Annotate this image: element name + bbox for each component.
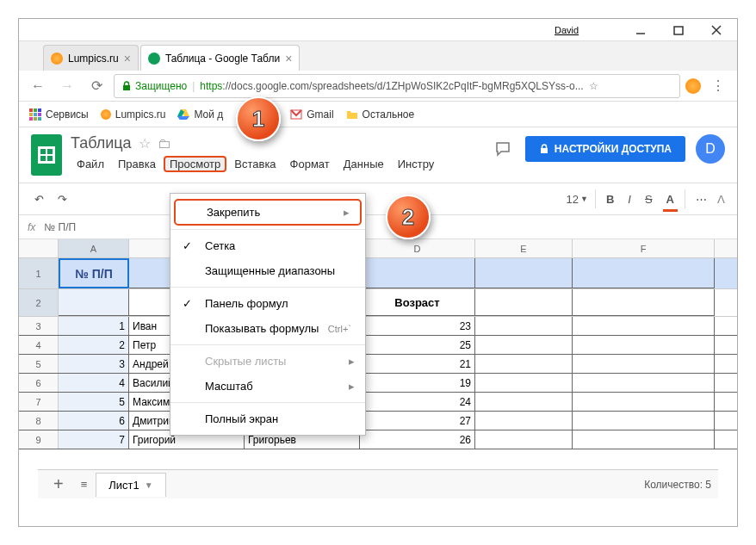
cell[interactable]: 5 (59, 393, 129, 411)
bookmark-other[interactable]: Остальное (346, 108, 415, 121)
menu-tools[interactable]: Инстру (392, 156, 441, 172)
tab-close-icon[interactable]: × (124, 52, 131, 65)
menu-item-fullscreen[interactable]: Полный экран (170, 406, 365, 431)
star-icon[interactable]: ☆ (139, 135, 151, 152)
cell[interactable]: 7 (59, 430, 129, 449)
cell[interactable]: 27 (360, 412, 475, 430)
bookmark-gmail[interactable]: Gmail (290, 108, 333, 121)
redo-button[interactable]: ↷ (54, 189, 71, 209)
col-header-f[interactable]: F (573, 239, 715, 257)
sheet-tab[interactable]: Лист1 ▼ (96, 473, 165, 497)
menu-item-formula-bar[interactable]: Панель формул (170, 291, 365, 316)
more-button[interactable]: ⋯ (692, 189, 710, 209)
row-header[interactable]: 7 (19, 393, 59, 411)
row-header[interactable]: 2 (19, 289, 59, 316)
italic-button[interactable]: I (624, 189, 635, 209)
strike-button[interactable]: S (641, 189, 656, 209)
cell[interactable]: Возраст (360, 289, 475, 316)
sheets-logo-icon[interactable] (31, 134, 62, 176)
cell[interactable] (475, 355, 573, 373)
cell[interactable]: 23 (360, 317, 475, 335)
menu-insert[interactable]: Вставка (228, 156, 282, 172)
col-header-e[interactable]: E (475, 239, 573, 257)
cell[interactable] (573, 355, 715, 373)
nav-reload-button[interactable]: ⟳ (84, 74, 108, 98)
menu-item-show-formulas[interactable]: Показывать формулыCtrl+` (170, 316, 365, 341)
menu-data[interactable]: Данные (338, 156, 390, 172)
add-sheet-button[interactable]: + (45, 469, 72, 499)
collapse-toolbar-icon[interactable]: ᐱ (717, 193, 725, 206)
cell[interactable]: 24 (360, 393, 475, 411)
formula-input[interactable]: № П/П (44, 221, 76, 233)
cell[interactable]: № П/П (59, 258, 129, 288)
cell[interactable] (475, 412, 573, 430)
col-header-d[interactable]: D (360, 239, 475, 257)
user-avatar[interactable]: D (696, 134, 725, 164)
move-folder-icon[interactable]: 🗀 (158, 136, 171, 152)
menu-view[interactable]: Просмотр (164, 156, 226, 172)
cell[interactable] (475, 374, 573, 392)
menu-edit[interactable]: Правка (112, 156, 162, 172)
cell[interactable] (475, 258, 573, 288)
cell[interactable]: 1 (59, 317, 129, 335)
cell[interactable] (475, 317, 573, 335)
window-maximize-button[interactable] (660, 20, 697, 40)
bookmark-star-icon[interactable]: ☆ (589, 80, 598, 92)
cell[interactable] (573, 393, 715, 411)
font-size-control[interactable]: 12 ▼ (567, 193, 588, 206)
nav-forward-button[interactable]: → (55, 74, 79, 98)
tab-close-icon[interactable]: × (285, 52, 292, 65)
bookmark-drive[interactable]: Мой д (177, 108, 223, 121)
menu-item-freeze[interactable]: Закрепить (174, 199, 362, 226)
all-sheets-button[interactable]: ≡ (72, 473, 96, 496)
menu-format[interactable]: Формат (284, 156, 336, 172)
row-header[interactable]: 8 (19, 412, 59, 430)
cell[interactable] (475, 289, 573, 316)
cell[interactable] (573, 258, 715, 288)
row-header[interactable]: 1 (19, 258, 59, 288)
cell[interactable]: 2 (59, 336, 129, 354)
cell[interactable]: 19 (360, 374, 475, 392)
browser-tab-sheets[interactable]: Таблица - Google Табли × (140, 45, 300, 71)
bookmark-lumpics[interactable]: Lumpics.ru (101, 108, 166, 121)
cell[interactable] (475, 430, 573, 449)
bookmark-apps[interactable]: Сервисы (29, 108, 89, 121)
menu-item-gridlines[interactable]: Сетка (170, 233, 365, 258)
cell[interactable]: 4 (59, 374, 129, 392)
cell[interactable] (573, 336, 715, 354)
address-bar[interactable]: Защищено | https://docs.google.com/sprea… (114, 74, 680, 98)
document-title[interactable]: Таблица (71, 134, 132, 152)
menu-item-protected-ranges[interactable]: Защищенные диапазоны (170, 258, 365, 283)
window-minimize-button[interactable] (622, 20, 660, 40)
cell[interactable] (573, 430, 715, 449)
select-all-corner[interactable] (19, 239, 59, 257)
row-header[interactable]: 4 (19, 336, 59, 354)
cell[interactable] (573, 317, 715, 335)
row-header[interactable]: 3 (19, 317, 59, 335)
cell[interactable] (475, 336, 573, 354)
sheet-tab-menu-icon[interactable]: ▼ (145, 480, 153, 490)
text-color-button[interactable]: A (663, 189, 678, 209)
nav-back-button[interactable]: ← (26, 74, 50, 98)
comments-button[interactable] (491, 137, 515, 161)
col-header-a[interactable]: A (59, 239, 129, 257)
row-header[interactable]: 9 (19, 430, 59, 449)
cell[interactable]: 21 (360, 355, 475, 373)
cell[interactable] (59, 289, 129, 316)
cell[interactable]: 25 (360, 336, 475, 354)
menu-item-zoom[interactable]: Масштаб (170, 374, 365, 399)
cell[interactable] (573, 374, 715, 392)
cell[interactable]: 26 (360, 430, 475, 449)
undo-button[interactable]: ↶ (31, 189, 47, 209)
cell[interactable] (573, 412, 715, 430)
browser-tab-lumpics[interactable]: Lumpics.ru × (43, 45, 139, 71)
browser-profile-icon[interactable] (685, 78, 701, 94)
menu-file[interactable]: Файл (71, 156, 110, 172)
cell[interactable]: 3 (59, 355, 129, 373)
cell[interactable] (475, 393, 573, 411)
row-header[interactable]: 5 (19, 355, 59, 373)
bold-button[interactable]: B (603, 189, 617, 209)
spreadsheet-grid[interactable]: A B C D E F 1 № П/П и 2 И Возраст 31Иван… (19, 239, 737, 449)
row-header[interactable]: 6 (19, 374, 59, 392)
cell[interactable]: 6 (59, 412, 129, 430)
